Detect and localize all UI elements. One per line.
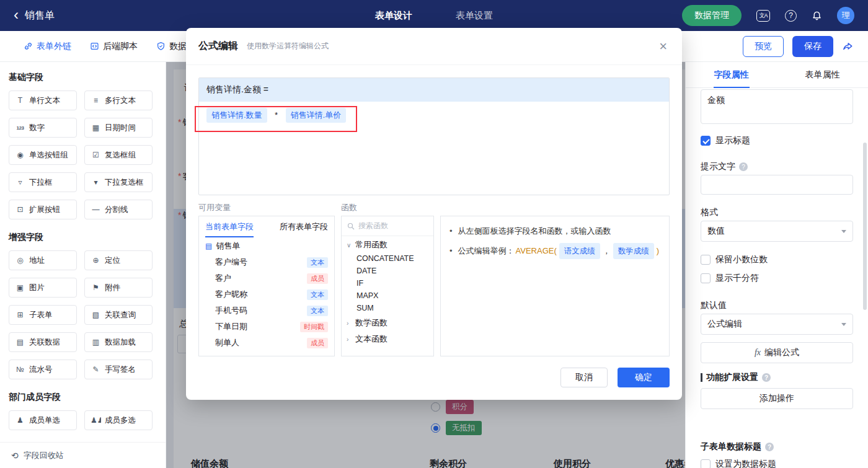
preview-button[interactable]: 预览 (743, 36, 784, 57)
tab-form-design[interactable]: 表单设计 (375, 10, 412, 22)
link-icon (24, 42, 33, 51)
help-icon[interactable]: ? (739, 162, 748, 171)
tab-form-properties[interactable]: 表单属性 (777, 62, 868, 87)
backend-script-button[interactable]: 后端脚本 (90, 41, 138, 52)
function-item[interactable]: CONCATENATE (342, 252, 433, 265)
datetime-icon: ▦ (91, 123, 101, 132)
bell-icon[interactable] (812, 11, 822, 21)
single-line-text-icon: T (15, 96, 25, 105)
scrollbar[interactable] (863, 143, 867, 310)
decimal-places-checkbox[interactable]: 保留小数位数 (701, 254, 768, 265)
variable-type-tag: 成员 (307, 338, 328, 348)
function-item[interactable]: IF (342, 277, 433, 289)
palette-item[interactable]: ☑复选框组 (84, 145, 153, 165)
thousands-separator-checkbox[interactable]: 显示千分符 (701, 273, 759, 284)
translate-icon[interactable]: 文A (756, 10, 770, 22)
multi-line-text-icon: ≡ (91, 96, 101, 105)
address-icon: ◎ (15, 256, 25, 265)
palette-item[interactable]: ▣图片 (9, 278, 77, 298)
formula-field-pill[interactable]: 销售详情.数量 (206, 108, 267, 123)
palette-item[interactable]: ⚑附件 (84, 278, 153, 298)
checkbox-unchecked-icon[interactable] (701, 459, 711, 468)
format-select[interactable]: 数值 (701, 221, 853, 242)
palette-item-label: 扩展按钮 (29, 205, 60, 215)
palette-item[interactable]: ♟♟成员多选 (84, 410, 153, 430)
palette-item[interactable]: ▦日期时间 (84, 118, 153, 138)
close-icon[interactable]: × (659, 40, 667, 53)
set-data-title-checkbox[interactable]: 设置为数据标题 (701, 459, 776, 468)
variable-type-tag: 时间戳 (300, 322, 328, 332)
palette-item[interactable]: ◎地址 (9, 250, 77, 270)
user-avatar[interactable]: 理 (837, 7, 854, 24)
variable-item[interactable]: 下单日期时间戳 (199, 319, 334, 335)
edit-formula-button[interactable]: fx 编辑公式 (701, 342, 853, 363)
field-title-input[interactable]: 金额 (701, 89, 853, 124)
palette-item[interactable]: ▥数据加载 (84, 332, 153, 352)
format-label: 格式 (701, 207, 718, 218)
function-item[interactable]: DATE (342, 265, 433, 277)
palette-item[interactable]: №流水号 (9, 360, 77, 379)
form-external-link-button[interactable]: 表单外链 (24, 41, 71, 52)
help-icon[interactable]: ? (785, 10, 797, 22)
serial-number-icon: № (15, 365, 25, 374)
hint-text-input[interactable] (701, 175, 853, 195)
field-recycle-bin[interactable]: ⟲ 字段回收站 (0, 442, 166, 468)
palette-item[interactable]: ▾下拉复选框 (84, 172, 153, 192)
palette-item-label: 图片 (29, 283, 45, 293)
function-group[interactable]: ∨常用函数 (342, 236, 433, 252)
palette-item-label: 单选按钮组 (29, 150, 68, 161)
checkbox-unchecked-icon[interactable] (701, 273, 711, 283)
data-load-icon: ▥ (91, 338, 101, 347)
tab-form-settings[interactable]: 表单设置 (456, 10, 493, 22)
variable-type-tag: 文本 (307, 306, 328, 316)
formula-editor[interactable]: 销售详情.金额 = 销售详情.数量 * 销售详情.单价 (198, 77, 670, 195)
palette-item-label: 复选框组 (105, 150, 136, 161)
function-item[interactable]: SUM (342, 302, 433, 314)
tab-current-form-fields[interactable]: 当前表单字段 (205, 216, 254, 237)
palette-item[interactable]: ≡多行文本 (84, 91, 153, 110)
palette-item[interactable]: ⊕定位 (84, 250, 153, 270)
member-multi-icon: ♟♟ (91, 416, 101, 425)
subform-icon: ⊞ (15, 311, 25, 319)
variable-item[interactable]: 客户昵称文本 (199, 286, 334, 302)
confirm-button[interactable]: 确定 (618, 368, 670, 387)
palette-item[interactable]: ✎手写签名 (84, 360, 153, 379)
palette-section-title: 部门成员字段 (9, 392, 157, 403)
function-group[interactable]: ›文本函数 (342, 330, 433, 347)
palette-item[interactable]: ⊞子表单 (9, 305, 77, 325)
palette-item[interactable]: ◉单选按钮组 (9, 145, 77, 165)
data-manage-button[interactable]: 数据管理 (682, 5, 742, 26)
palette-item[interactable]: —分割线 (84, 200, 153, 219)
tab-all-form-fields[interactable]: 所有表单字段 (280, 216, 328, 237)
palette-item[interactable]: ♟成员单选 (9, 410, 77, 430)
palette-item[interactable]: ▧关联查询 (84, 305, 153, 325)
help-icon[interactable]: ? (762, 373, 771, 382)
formula-field-pill[interactable]: 销售详情.单价 (286, 108, 347, 123)
cancel-button[interactable]: 取消 (560, 368, 608, 387)
share-icon[interactable] (842, 41, 853, 52)
help-icon[interactable]: ? (765, 443, 774, 451)
variable-tree-root[interactable]: ▤ 销售单 (199, 237, 334, 254)
palette-item[interactable]: 123数字 (9, 118, 77, 138)
palette-item[interactable]: ▿下拉框 (9, 172, 77, 192)
checkbox-unchecked-icon[interactable] (701, 255, 711, 265)
palette-item[interactable]: T单行文本 (9, 91, 77, 110)
tab-field-properties[interactable]: 字段属性 (686, 62, 777, 87)
save-button[interactable]: 保存 (792, 36, 833, 57)
back-button[interactable]: ‹ (14, 7, 19, 22)
variable-item[interactable]: 客户编号文本 (199, 254, 334, 270)
show-title-checkbox[interactable]: 显示标题 (701, 135, 750, 146)
variable-item[interactable]: 客户成员 (199, 270, 334, 286)
dropdown-icon: ▿ (15, 178, 25, 187)
palette-item[interactable]: ▤关联数据 (9, 332, 77, 352)
add-action-button[interactable]: 添加操作 (701, 388, 853, 409)
function-search-input[interactable]: 搜索函数 (342, 216, 433, 236)
function-item[interactable]: MAPX (342, 289, 433, 302)
signature-icon: ✎ (91, 365, 101, 374)
default-value-select[interactable]: 公式编辑 (701, 314, 853, 335)
checkbox-checked-icon[interactable] (701, 136, 711, 146)
function-group[interactable]: ›数学函数 (342, 314, 433, 330)
variable-item[interactable]: 制单人成员 (199, 335, 334, 351)
palette-item[interactable]: ⊡扩展按钮 (9, 200, 77, 219)
variable-item[interactable]: 手机号码文本 (199, 302, 334, 319)
